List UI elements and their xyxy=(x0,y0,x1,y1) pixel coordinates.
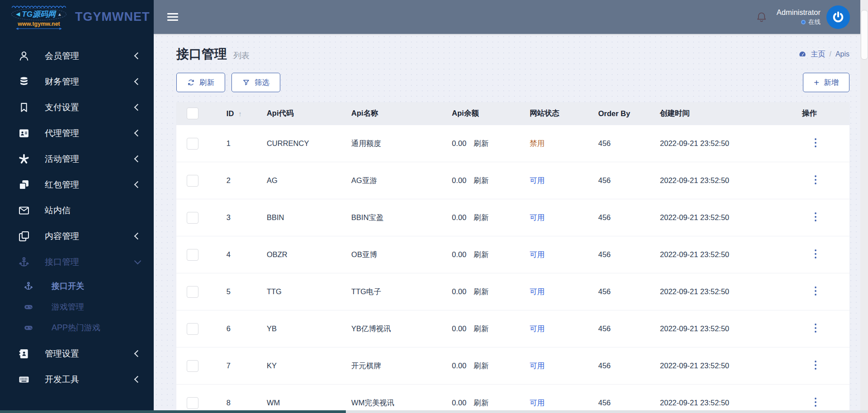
balance-refresh-link[interactable]: 刷新 xyxy=(474,399,489,407)
row-checkbox[interactable] xyxy=(187,249,198,261)
chevron-left-icon xyxy=(134,52,142,60)
bookmark-icon xyxy=(18,102,30,113)
cell-order-by: 456 xyxy=(585,236,647,273)
sidebar-item-0[interactable]: 会员管理 xyxy=(0,43,154,69)
topbar: Administrator 在线 xyxy=(154,0,868,34)
cell-api-code: TTG xyxy=(254,273,339,310)
sidebar-item-9[interactable]: 管理设置 xyxy=(0,341,154,366)
row-checkbox[interactable] xyxy=(187,138,198,150)
database-icon xyxy=(18,76,30,88)
balance-refresh-link[interactable]: 刷新 xyxy=(474,176,489,184)
table-header-row: ID↑Api代码Api名称Api余额网站状态Order By创建时间操作 xyxy=(176,102,849,125)
row-checkbox[interactable] xyxy=(187,175,198,187)
status-toggle[interactable]: 可用 xyxy=(530,324,545,333)
chevron-left-icon xyxy=(134,350,142,357)
row-actions-menu[interactable] xyxy=(814,286,817,296)
row-actions-menu[interactable] xyxy=(814,138,817,148)
row-actions-menu[interactable] xyxy=(814,212,817,222)
cell-id: 3 xyxy=(208,199,254,236)
horizontal-scrollbar-thumb[interactable] xyxy=(0,410,346,413)
chevron-left-icon xyxy=(134,130,142,137)
row-checkbox[interactable] xyxy=(187,397,198,409)
paper-plane-icon: ◀ xyxy=(16,11,20,17)
cell-api-balance: 0.00刷新 xyxy=(439,199,517,236)
row-checkbox[interactable] xyxy=(187,286,198,298)
sidebar-item-10[interactable]: 开发工具 xyxy=(0,366,154,392)
logo-arrow-line-icon xyxy=(12,27,66,30)
balance-refresh-link[interactable]: 刷新 xyxy=(474,213,489,221)
select-all-checkbox[interactable] xyxy=(187,108,198,119)
sidebar-item-2[interactable]: 支付设置 xyxy=(0,94,154,120)
column-header-id: ID xyxy=(226,109,234,117)
breadcrumb-home-link[interactable]: 主页 xyxy=(811,50,825,59)
vertical-scrollbar xyxy=(860,0,868,410)
sidebar-item-label: 红包管理 xyxy=(45,179,79,191)
balance-refresh-link[interactable]: 刷新 xyxy=(474,139,489,147)
sidebar-subitem-label: 接口开关 xyxy=(52,281,84,291)
anchor-icon xyxy=(18,256,30,268)
status-toggle[interactable]: 可用 xyxy=(530,176,545,184)
cell-order-by: 456 xyxy=(585,162,647,199)
status-toggle[interactable]: 可用 xyxy=(530,361,545,370)
sidebar-subitem-8-1[interactable]: 游戏管理 xyxy=(0,296,154,317)
sort-ascending-icon[interactable]: ↑ xyxy=(238,110,242,117)
sidebar-item-6[interactable]: 站内信 xyxy=(0,197,154,223)
status-toggle[interactable]: 可用 xyxy=(530,213,545,221)
sidebar-subitem-8-2[interactable]: APP热门游戏 xyxy=(0,317,154,338)
cell-order-by: 456 xyxy=(585,199,647,236)
cell-api-name: TTG电子 xyxy=(339,273,439,310)
chevron-left-icon xyxy=(134,233,142,240)
cell-id: 7 xyxy=(208,347,254,385)
row-actions-menu[interactable] xyxy=(814,360,817,370)
row-actions-menu[interactable] xyxy=(814,397,817,407)
chevron-left-icon xyxy=(134,155,142,163)
sidebar-item-5[interactable]: 红包管理 xyxy=(0,172,154,197)
row-actions-menu[interactable] xyxy=(814,175,817,185)
sidebar-item-label: 代理管理 xyxy=(45,127,79,139)
sidebar-item-label: 会员管理 xyxy=(45,50,79,62)
sidebar-item-3[interactable]: 代理管理 xyxy=(0,120,154,146)
sidebar-item-7[interactable]: 内容管理 xyxy=(0,223,154,249)
hamburger-menu-button[interactable] xyxy=(167,13,178,21)
row-checkbox[interactable] xyxy=(187,323,198,335)
row-checkbox[interactable] xyxy=(187,360,198,372)
sidebar-subitem-8-0[interactable]: 接口开关 xyxy=(0,276,154,296)
column-header-status: 网站状态 xyxy=(530,109,560,117)
cell-created-at: 2022-09-21 23:52:50 xyxy=(647,199,766,236)
cell-api-name: WM完美视讯 xyxy=(339,385,439,413)
cell-id: 5 xyxy=(208,273,254,310)
column-header-actions: 操作 xyxy=(802,109,817,117)
user-avatar-power-button[interactable] xyxy=(826,5,850,29)
status-toggle[interactable]: 可用 xyxy=(530,399,545,407)
row-actions-menu[interactable] xyxy=(814,323,817,333)
filter-button-label: 筛选 xyxy=(255,78,269,88)
status-toggle[interactable]: 禁用 xyxy=(530,139,545,147)
refresh-button[interactable]: 刷新 xyxy=(176,73,225,92)
row-actions-menu[interactable] xyxy=(814,249,817,259)
notifications-bell-icon[interactable] xyxy=(755,11,768,23)
balance-refresh-link[interactable]: 刷新 xyxy=(474,361,489,370)
filter-button[interactable]: 筛选 xyxy=(231,73,280,92)
balance-refresh-link[interactable]: 刷新 xyxy=(474,250,489,258)
dashboard-icon xyxy=(798,50,807,58)
add-button[interactable]: + 新增 xyxy=(803,73,849,92)
sidebar-item-1[interactable]: 财务管理 xyxy=(0,69,154,94)
page-title: 接口管理 xyxy=(176,46,227,63)
sidebar-item-8[interactable]: 接口管理 xyxy=(0,249,154,275)
row-checkbox[interactable] xyxy=(187,212,198,224)
cell-api-code: WM xyxy=(254,385,339,413)
status-toggle[interactable]: 可用 xyxy=(530,250,545,258)
cell-api-name: BBIN宝盈 xyxy=(339,199,439,236)
chevron-down-icon xyxy=(134,258,142,265)
cell-order-by: 456 xyxy=(585,385,647,413)
breadcrumb-current: Apis xyxy=(835,50,849,58)
status-toggle[interactable]: 可用 xyxy=(530,287,545,296)
chevron-left-icon xyxy=(134,376,142,383)
sidebar-item-4[interactable]: 活动管理 xyxy=(0,146,154,172)
vertical-scrollbar-thumb[interactable] xyxy=(861,10,868,60)
user-icon xyxy=(18,50,30,62)
balance-refresh-link[interactable]: 刷新 xyxy=(474,324,489,333)
cell-api-code: CURRENCY xyxy=(254,125,339,162)
balance-refresh-link[interactable]: 刷新 xyxy=(474,287,489,296)
cell-api-balance: 0.00刷新 xyxy=(439,162,517,199)
